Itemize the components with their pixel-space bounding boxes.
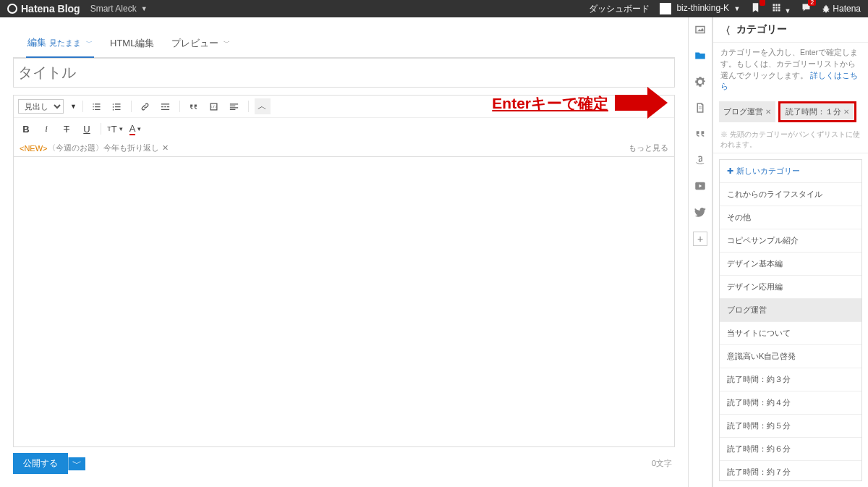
editor-footer: 公開する ﹀ 0文字 xyxy=(13,447,675,480)
tab-edit[interactable]: 編集 見たまま ﹀ xyxy=(26,32,94,58)
highlighted-chip: 読了時間：１分 ✕ xyxy=(778,101,856,122)
category-item[interactable]: 当サイトについて xyxy=(720,322,861,345)
document-icon[interactable] xyxy=(694,101,707,114)
sidebar-title: カテゴリー xyxy=(736,23,787,36)
blog-name-dropdown[interactable]: Smart Aleck ▼ xyxy=(90,4,148,14)
amazon-icon[interactable] xyxy=(694,153,707,166)
category-item[interactable]: ブログ運営 xyxy=(720,299,861,322)
category-item[interactable]: 読了時間：約５分 xyxy=(720,415,861,438)
topic-new-badge: <NEW> xyxy=(20,144,48,153)
category-item[interactable]: 読了時間：約４分 xyxy=(720,391,861,415)
caret-down-icon: ▼ xyxy=(141,5,148,12)
bookmark-icon[interactable] xyxy=(750,2,761,15)
char-count: 0文字 xyxy=(652,458,675,469)
quote-tool-icon[interactable] xyxy=(694,127,707,140)
tool-strip: + xyxy=(688,17,712,487)
heading-select[interactable]: 見出し xyxy=(18,99,64,114)
bold-icon[interactable]: B xyxy=(18,121,34,137)
caret-down-icon: ▼ xyxy=(733,5,740,12)
topic-more-link[interactable]: もっと見る xyxy=(629,143,668,153)
new-category-button[interactable]: ✚ 新しいカテゴリー xyxy=(720,160,861,183)
readmore-icon[interactable] xyxy=(158,98,174,114)
folder-icon[interactable] xyxy=(694,49,707,62)
annotation-text: Enterキーで確定 xyxy=(492,93,608,114)
remove-chip-icon[interactable]: ✕ xyxy=(843,108,849,116)
topbar-right: ダッシュボード biz-thinking-K ▼ ▼ 2 Hatena xyxy=(589,2,861,15)
category-chip[interactable]: 読了時間：１分 ✕ xyxy=(781,104,854,119)
ol-icon[interactable] xyxy=(109,98,125,114)
sidebar: 〉 カテゴリー カテゴリーを入力し、Enterで確定します。もしくは、カテゴリー… xyxy=(712,17,868,487)
topic-bar: <NEW> 〈今週のお題〉今年も折り返し ✕ もっと見る xyxy=(13,140,675,157)
user-menu[interactable]: biz-thinking-K ▼ xyxy=(660,3,740,14)
avatar-icon xyxy=(660,3,671,14)
content-editor[interactable] xyxy=(13,157,675,447)
chevron-down-icon: ﹀ xyxy=(86,38,93,48)
category-item[interactable]: コピペサンプル紹介 xyxy=(720,229,861,253)
sidebar-header: 〉 カテゴリー xyxy=(713,17,868,43)
apps-icon[interactable]: ▼ xyxy=(771,2,791,15)
add-tool-icon[interactable]: + xyxy=(693,232,707,246)
hatena-link[interactable]: Hatena xyxy=(822,4,861,14)
category-item[interactable]: 読了時間：約３分 xyxy=(720,368,861,391)
annotation-arrow xyxy=(615,87,668,119)
category-chip[interactable]: ブログ運営 ✕ xyxy=(719,101,775,122)
italic-icon[interactable]: i xyxy=(38,121,54,137)
category-chips: ブログ運営 ✕読了時間：１分 ✕ xyxy=(713,97,868,127)
sidebar-description: カテゴリーを入力し、Enterで確定します。もしくは、カテゴリーリストから選んで… xyxy=(713,43,868,97)
category-item[interactable]: デザイン基本編 xyxy=(720,253,861,276)
category-item[interactable]: 読了時間：約６分 xyxy=(720,438,861,461)
topic-text[interactable]: 〈今週のお題〉今年も折り返し xyxy=(48,143,159,153)
chevron-right-icon[interactable]: 〉 xyxy=(720,23,731,36)
hatena-ring-icon xyxy=(7,4,17,14)
align-icon[interactable] xyxy=(226,98,242,114)
title-input[interactable] xyxy=(13,58,675,88)
code-icon[interactable] xyxy=(206,98,222,114)
editor-tabs: 編集 見たまま ﹀ HTML編集 プレビュー ﹀ xyxy=(13,25,675,58)
color-icon[interactable]: A▾ xyxy=(127,121,143,137)
remove-chip-icon[interactable]: ✕ xyxy=(765,108,771,116)
ul-icon[interactable] xyxy=(89,98,105,114)
strike-icon[interactable]: T xyxy=(59,121,75,137)
category-list: ✚ 新しいカテゴリー これからのライフスタイルその他コピペサンプル紹介デザイン基… xyxy=(719,159,862,481)
close-icon[interactable]: ✕ xyxy=(162,143,169,153)
category-item[interactable]: デザイン応用編 xyxy=(720,276,861,299)
dashboard-link[interactable]: ダッシュボード xyxy=(589,3,650,15)
speech-icon[interactable]: 2 xyxy=(801,2,812,15)
publish-dropdown[interactable]: ﹀ xyxy=(68,457,85,470)
link-icon[interactable] xyxy=(137,98,153,114)
plus-icon: ✚ xyxy=(727,166,733,176)
tab-preview[interactable]: プレビュー ﹀ xyxy=(170,32,231,57)
sidebar-note: ※ 先頭のカテゴリーがパンくずリストに使われます。 xyxy=(713,127,868,153)
youtube-icon[interactable] xyxy=(694,179,707,192)
brand-text: Hatena Blog xyxy=(21,3,80,14)
category-item[interactable]: 読了時間：約７分 xyxy=(720,461,861,481)
fontsize-icon[interactable]: TT▾ xyxy=(107,121,123,137)
gear-icon[interactable] xyxy=(694,75,707,88)
publish-button[interactable]: 公開する xyxy=(13,453,68,474)
brand-logo[interactable]: Hatena Blog xyxy=(7,3,80,14)
main: 編集 見たまま ﹀ HTML編集 プレビュー ﹀ 見出し ▼ xyxy=(0,17,868,487)
photo-icon[interactable] xyxy=(694,23,707,36)
category-item[interactable]: 意識高いK自己啓発 xyxy=(720,345,861,368)
editor-column: 編集 見たまま ﹀ HTML編集 プレビュー ﹀ 見出し ▼ xyxy=(0,17,688,487)
twitter-icon[interactable] xyxy=(694,206,707,219)
collapse-icon[interactable]: ︿ xyxy=(255,98,271,114)
category-item[interactable]: これからのライフスタイル xyxy=(720,183,861,206)
tab-html[interactable]: HTML編集 xyxy=(109,32,156,57)
quote-icon[interactable] xyxy=(186,98,202,114)
chevron-down-icon: ﹀ xyxy=(224,38,230,48)
topbar: Hatena Blog Smart Aleck ▼ ダッシュボード biz-th… xyxy=(0,0,868,17)
category-item[interactable]: その他 xyxy=(720,206,861,229)
underline-icon[interactable]: U xyxy=(79,121,95,137)
